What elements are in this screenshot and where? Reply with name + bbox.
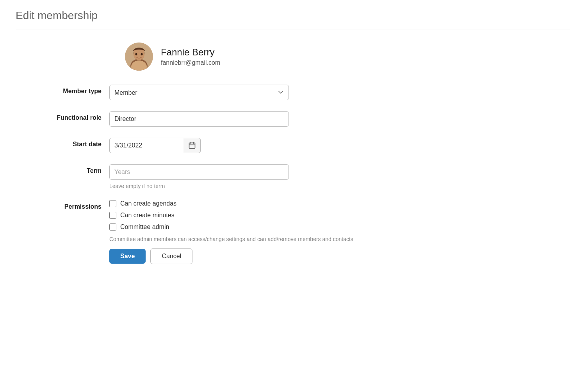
svg-rect-7 <box>189 143 195 148</box>
date-input-wrap <box>109 138 201 153</box>
member-type-control: Member Admin Observer <box>109 85 289 100</box>
button-row: Save Cancel <box>109 248 570 264</box>
page-title: Edit membership <box>16 9 570 22</box>
permission-can-create-agendas: Can create agendas <box>109 200 353 207</box>
committee-admin-checkbox[interactable] <box>109 223 116 231</box>
term-input[interactable] <box>109 164 289 180</box>
functional-role-label: Functional role <box>16 111 102 121</box>
svg-point-4 <box>135 53 137 55</box>
page-divider <box>16 30 570 30</box>
start-date-control <box>109 138 201 153</box>
can-create-minutes-checkbox[interactable] <box>109 212 116 219</box>
can-create-minutes-label: Can create minutes <box>120 212 175 219</box>
svg-point-5 <box>141 53 143 55</box>
term-hint: Leave empty if no term <box>109 183 289 189</box>
term-row: Term Leave empty if no term <box>16 164 570 189</box>
member-type-row: Member type Member Admin Observer <box>16 85 570 100</box>
calendar-button[interactable] <box>183 138 201 153</box>
user-info: Fannie Berry fanniebrr@gmail.com <box>161 47 220 66</box>
user-profile: Fannie Berry fanniebrr@gmail.com <box>125 43 570 71</box>
permissions-row: Permissions Can create agendas Can creat… <box>16 200 570 242</box>
term-control: Leave empty if no term <box>109 164 289 189</box>
page-container: Edit membership Fannie Berry fanniebrr@g… <box>0 0 586 392</box>
can-create-agendas-checkbox[interactable] <box>109 200 116 207</box>
member-type-label: Member type <box>16 85 102 95</box>
avatar <box>125 43 153 71</box>
start-date-row: Start date <box>16 138 570 153</box>
functional-role-input[interactable] <box>109 111 289 127</box>
user-email: fanniebrr@gmail.com <box>161 59 220 66</box>
calendar-icon <box>188 142 196 149</box>
start-date-input[interactable] <box>109 138 183 153</box>
term-label: Term <box>16 164 102 174</box>
permissions-label: Permissions <box>16 200 102 210</box>
admin-hint: Committee admin members can access/chang… <box>109 236 353 242</box>
committee-admin-label: Committee admin <box>120 223 169 231</box>
can-create-agendas-label: Can create agendas <box>120 200 176 207</box>
user-name: Fannie Berry <box>161 47 220 58</box>
permission-can-create-minutes: Can create minutes <box>109 212 353 219</box>
permissions-control: Can create agendas Can create minutes Co… <box>109 200 353 242</box>
permission-committee-admin: Committee admin <box>109 223 353 231</box>
save-button[interactable]: Save <box>109 249 146 264</box>
functional-role-row: Functional role <box>16 111 570 127</box>
functional-role-control <box>109 111 289 127</box>
start-date-label: Start date <box>16 138 102 148</box>
edit-membership-form: Member type Member Admin Observer Functi… <box>16 85 570 242</box>
member-type-select[interactable]: Member Admin Observer <box>109 85 289 100</box>
cancel-button[interactable]: Cancel <box>150 248 192 264</box>
